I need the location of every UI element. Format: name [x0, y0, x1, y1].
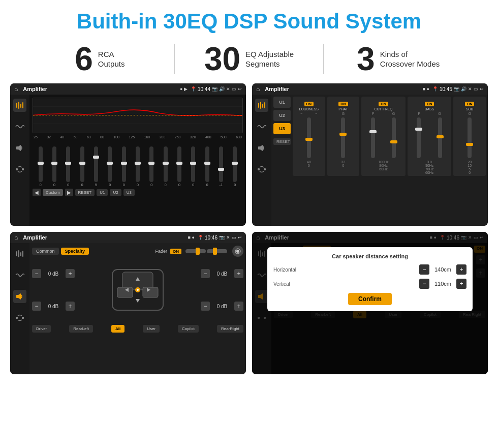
- home-icon-eq[interactable]: ⌂: [14, 85, 18, 93]
- vol-minus-fr[interactable]: −: [201, 269, 210, 278]
- cutfreq-slider-1[interactable]: [371, 117, 375, 158]
- home-icon-dsp[interactable]: ⌂: [256, 85, 260, 93]
- stat-crossover: 3 Kinds ofCrossover Modes: [329, 43, 468, 75]
- eq-next-btn[interactable]: ▶: [65, 189, 73, 196]
- slider-track-7[interactable]: [136, 146, 140, 182]
- slider-track-10[interactable]: [177, 146, 181, 182]
- vertical-plus-btn[interactable]: +: [456, 279, 466, 289]
- location-icon-dsp: 📍: [432, 86, 438, 92]
- loudness-on-badge[interactable]: ON: [304, 102, 314, 106]
- vol-minus-rl[interactable]: −: [32, 302, 41, 311]
- fader-right-vols: − 0 dB + − 0 dB +: [201, 259, 243, 322]
- fader-btn-rearleft[interactable]: RearLeft: [69, 325, 93, 333]
- slider-track-11[interactable]: [191, 146, 195, 182]
- home-icon-fader[interactable]: ⌂: [14, 234, 18, 241]
- fader-tab-specialty[interactable]: Specialty: [61, 248, 89, 255]
- fader-car-diagram: [77, 259, 199, 322]
- fader-btn-user[interactable]: User: [143, 325, 160, 333]
- dsp-reset-btn[interactable]: RESET: [273, 138, 291, 145]
- slider-track-2[interactable]: [66, 146, 70, 182]
- vol-plus-fr[interactable]: +: [234, 269, 243, 278]
- fader-btn-driver[interactable]: Driver: [32, 325, 51, 333]
- status-bar-dsp: ⌂ Amplifier ■ ● 📍 10:45 📷 🔊 ✕ ▭ ↩: [252, 83, 488, 95]
- eq-sidebar-eq-icon[interactable]: [13, 99, 26, 112]
- eq-prev-btn[interactable]: ◀: [33, 189, 41, 196]
- slider-track-13[interactable]: [219, 146, 223, 182]
- eq-sidebar-wave-icon[interactable]: [13, 120, 26, 133]
- svg-rect-15: [258, 146, 260, 150]
- fader-btn-rearright[interactable]: RearRight: [217, 325, 243, 333]
- vertical-label: Vertical: [273, 281, 304, 287]
- stat-divider-1: [174, 44, 175, 74]
- bass-scale-2: 90Hz: [409, 164, 450, 167]
- vertical-minus-btn[interactable]: −: [419, 279, 429, 289]
- eq-u2-btn[interactable]: U2: [110, 189, 121, 196]
- eq-sidebar-surround-icon[interactable]: [13, 163, 26, 176]
- cutfreq-on-badge[interactable]: ON: [379, 102, 388, 106]
- sub-slider[interactable]: [468, 117, 472, 158]
- fader-on-badge[interactable]: ON: [170, 249, 181, 254]
- svg-rect-14: [264, 102, 265, 108]
- page-title: Buith-in 30EQ DSP Sound System: [0, 0, 498, 39]
- vol-minus-fl[interactable]: −: [32, 269, 41, 278]
- mini-slider-1[interactable]: [185, 249, 206, 253]
- confirm-button[interactable]: Confirm: [348, 293, 392, 305]
- slider-track-0[interactable]: [39, 146, 43, 182]
- eq-reset-btn[interactable]: RESET: [75, 189, 95, 196]
- cutfreq-slider-2[interactable]: [392, 117, 396, 158]
- dsp-sidebar-speaker-icon[interactable]: [255, 141, 268, 155]
- slider-track-12[interactable]: [205, 146, 209, 182]
- phat-slider[interactable]: [341, 117, 345, 158]
- fader-tab-common[interactable]: Common: [32, 248, 59, 255]
- slider-track-5[interactable]: [108, 146, 112, 182]
- cutfreq-thumb-1: [369, 130, 377, 133]
- slider-thumb-13: [218, 168, 224, 171]
- svg-rect-21: [22, 251, 23, 257]
- slider-track-1[interactable]: [52, 146, 56, 182]
- slider-track-3[interactable]: [80, 146, 84, 182]
- fader-tabs-row: Common Specialty Fader ON: [32, 246, 243, 257]
- fader-btn-all[interactable]: All: [111, 325, 124, 333]
- eq-u1-btn[interactable]: U1: [97, 189, 108, 196]
- eq-sidebar-speaker-icon[interactable]: [13, 141, 26, 155]
- fader-sidebar-wave-icon[interactable]: [13, 268, 26, 282]
- slider-track-8[interactable]: [149, 146, 153, 182]
- horizontal-plus-btn[interactable]: +: [456, 264, 466, 275]
- svg-rect-30: [143, 287, 158, 297]
- dsp-preset-u2[interactable]: U2: [273, 110, 291, 121]
- dsp-cutfreq: ON CUT FREQ FG 100Hz: [361, 97, 406, 176]
- horizontal-minus-btn[interactable]: −: [419, 264, 429, 275]
- eq-u3-btn[interactable]: U3: [123, 189, 135, 196]
- dsp-sidebar-eq-icon[interactable]: [255, 99, 268, 112]
- fader-btn-copilot[interactable]: Copilot: [178, 325, 199, 333]
- sub-on-badge[interactable]: ON: [465, 102, 475, 106]
- dsp-preset-u1[interactable]: U1: [273, 97, 291, 108]
- dsp-status-dots: ■ ●: [423, 86, 429, 92]
- fader-sidebar-speaker-icon[interactable]: [13, 290, 26, 303]
- slider-track-4[interactable]: [94, 146, 98, 182]
- dsp-sidebar-wave-icon[interactable]: [255, 120, 268, 133]
- slider-thumb-14: [232, 162, 238, 165]
- vol-plus-rr[interactable]: +: [234, 302, 243, 311]
- bass-on-badge[interactable]: ON: [425, 102, 434, 106]
- vol-plus-fl[interactable]: +: [66, 269, 75, 278]
- phat-on-badge[interactable]: ON: [338, 102, 348, 106]
- vol-minus-rr[interactable]: −: [201, 302, 210, 311]
- bass-slider-2[interactable]: [438, 117, 442, 158]
- svg-rect-17: [264, 168, 266, 170]
- fader-sidebar-eq-icon[interactable]: [13, 247, 26, 260]
- slider-track-9[interactable]: [164, 146, 168, 182]
- fader-sidebar-surround-icon[interactable]: [13, 311, 26, 324]
- dsp-preset-u3[interactable]: U3: [273, 123, 291, 134]
- eq-custom-btn[interactable]: Custom: [43, 189, 63, 196]
- vol-plus-rl[interactable]: +: [66, 302, 75, 311]
- slider-track-14[interactable]: [233, 146, 237, 182]
- mini-thumb-2: [213, 248, 217, 255]
- dsp-sidebar-surround-icon[interactable]: [255, 163, 268, 176]
- fader-settings-icon[interactable]: [232, 246, 243, 257]
- bass-slider-1[interactable]: [417, 117, 421, 158]
- slider-track-6[interactable]: [122, 146, 126, 182]
- svg-rect-16: [258, 168, 260, 170]
- mini-slider-2[interactable]: [207, 249, 227, 253]
- loudness-slider[interactable]: [307, 117, 311, 158]
